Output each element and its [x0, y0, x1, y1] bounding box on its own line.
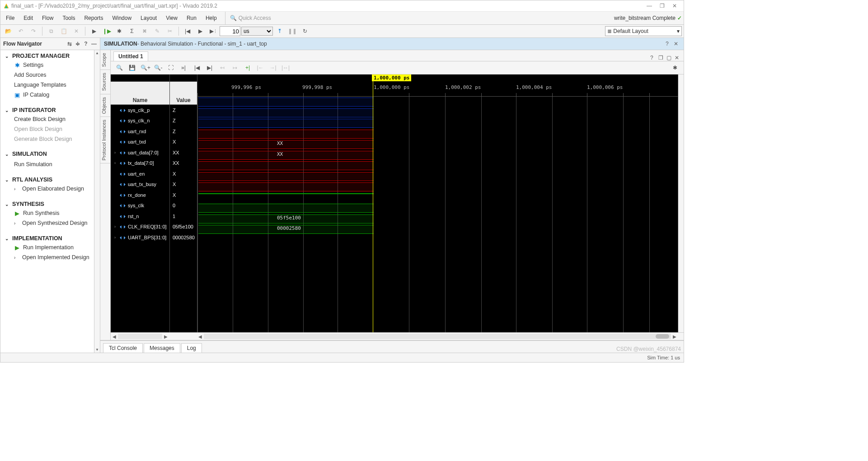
sigma-icon[interactable]: Σ: [126, 26, 138, 36]
signal-row[interactable]: ⏴⏵uart_txd: [111, 137, 169, 148]
signal-name-column[interactable]: Name ⏴⏵sys_clk_p⏴⏵sys_clk_n⏴⏵uart_rxd⏴⏵u…: [111, 75, 170, 332]
nav-create-bd[interactable]: Create Block Design: [0, 114, 94, 124]
signal-row[interactable]: ⏴⏵rx_done: [111, 190, 169, 200]
menu-reports[interactable]: Reports: [80, 14, 107, 23]
waveform-view[interactable]: Name ⏴⏵sys_clk_p⏴⏵sys_clk_n⏴⏵uart_rxd⏴⏵u…: [111, 75, 684, 332]
nav-help-icon[interactable]: ?: [83, 41, 89, 47]
signal-row[interactable]: ⏴⏵sys_clk: [111, 200, 169, 211]
play-for-icon[interactable]: ▶⸽: [207, 26, 219, 36]
swap-mk-icon[interactable]: |↔|: [280, 63, 291, 73]
menu-help[interactable]: Help: [202, 14, 221, 23]
zoom-fit-icon[interactable]: ⛶: [165, 63, 177, 73]
nav-open-synth[interactable]: ›Open Synthesized Design: [0, 218, 94, 228]
prev-edge-icon[interactable]: |◀: [191, 63, 203, 73]
nav-scrollbar[interactable]: ▲ ▼: [94, 50, 100, 353]
nav-settings[interactable]: ✱Settings: [0, 60, 94, 70]
add-marker-icon[interactable]: +|: [242, 63, 253, 73]
zoom-cursor-icon[interactable]: »|: [178, 63, 189, 73]
nav-run-synth[interactable]: ▶Run Synthesis: [0, 208, 94, 218]
wave-save-icon[interactable]: 💾: [126, 63, 138, 73]
minimize-button[interactable]: —: [643, 0, 656, 11]
signal-row[interactable]: ›⏴⏵tx_data[7:0]: [111, 158, 169, 169]
view-help-icon[interactable]: ?: [666, 41, 672, 47]
signal-row[interactable]: ›⏴⏵UART_BPS[31:0]: [111, 232, 169, 243]
delete-icon[interactable]: ✕: [70, 26, 82, 36]
nav-section-syn[interactable]: ⌄SYNTHESIS: [0, 198, 94, 208]
wave-restore-icon[interactable]: ❐: [658, 55, 665, 61]
pause-icon[interactable]: ❚❚: [286, 26, 298, 36]
nav-run-impl[interactable]: ▶Run Implementation: [0, 242, 94, 252]
wave-close-icon[interactable]: ✕: [675, 55, 681, 61]
brush-icon[interactable]: ✎: [151, 26, 163, 36]
wave-search-icon[interactable]: 🔍: [113, 63, 125, 73]
restart-icon[interactable]: |◀: [182, 26, 193, 36]
name-hscroll[interactable]: ◀▶: [111, 332, 169, 340]
signal-row[interactable]: ⏴⏵sys_clk_p: [111, 105, 169, 116]
nav-section-rtl[interactable]: ⌄RTL ANALYSIS: [0, 174, 94, 184]
nav-section-imp[interactable]: ⌄IMPLEMENTATION: [0, 233, 94, 242]
open-icon[interactable]: 📂: [2, 26, 14, 36]
copy-icon[interactable]: ⧉: [45, 26, 57, 36]
signal-row[interactable]: ⏴⏵sys_clk_n: [111, 116, 169, 126]
scroll-up-icon[interactable]: ▲: [95, 51, 99, 55]
time-unit-select[interactable]: us: [241, 27, 273, 36]
zoom-in-icon[interactable]: 🔍+: [140, 63, 151, 73]
signal-row[interactable]: ›⏴⏵uart_data[7:0]: [111, 147, 169, 158]
tab-messages[interactable]: Messages: [144, 343, 180, 353]
wave-hscroll[interactable]: ◀▶: [197, 332, 678, 340]
step-into-icon[interactable]: ⤒: [274, 26, 286, 36]
next-edge-icon[interactable]: ▶|: [204, 63, 216, 73]
nav-lang-templates[interactable]: Language Templates: [0, 80, 94, 90]
next-mk-icon[interactable]: →|: [267, 63, 279, 73]
quick-access[interactable]: 🔍 Quick Access: [225, 12, 271, 24]
menu-layout[interactable]: Layout: [137, 14, 160, 23]
nav-open-elab[interactable]: ›Open Elaborated Design: [0, 184, 94, 194]
cancel-icon[interactable]: ✖: [139, 26, 150, 36]
step-icon[interactable]: ❙▶: [101, 26, 113, 36]
maximize-button[interactable]: ❐: [656, 0, 668, 11]
menu-file[interactable]: File: [2, 14, 18, 23]
signal-row[interactable]: ⏴⏵uart_rxd: [111, 126, 169, 137]
side-tab-objects[interactable]: Objects: [100, 94, 110, 117]
undo-icon[interactable]: ↶: [15, 26, 27, 36]
menu-view[interactable]: View: [162, 14, 181, 23]
paste-icon[interactable]: 📋: [58, 26, 70, 36]
tab-tcl[interactable]: Tcl Console: [103, 343, 143, 353]
nav-run-sim[interactable]: Run Simulation: [0, 159, 94, 169]
nav-pin-icon[interactable]: ≑: [75, 41, 81, 47]
nav-section-pm[interactable]: ⌄PROJECT MANAGER: [0, 50, 94, 60]
signal-row[interactable]: ›⏴⏵CLK_FREQ[31:0]: [111, 222, 169, 233]
layout-selector[interactable]: ≣ Default Layout ▾: [605, 26, 682, 36]
play-icon[interactable]: ▶: [194, 26, 206, 36]
settings-icon[interactable]: ✱: [113, 26, 125, 36]
menu-flow[interactable]: Flow: [38, 14, 57, 23]
zoom-out-icon[interactable]: 🔍-: [152, 63, 164, 73]
nav-open-impl[interactable]: ›Open Implemented Design: [0, 252, 94, 262]
side-tab-proto[interactable]: Protocol Instances: [100, 117, 110, 164]
time-ruler[interactable]: 999,996 ps999,998 ps1,000,000 ps1,000,00…: [197, 75, 678, 97]
nav-ip-catalog[interactable]: ▣IP Catalog: [0, 90, 94, 100]
signal-value-column[interactable]: Value ZZZXXXXXXXX0105f5e10000002580: [170, 75, 197, 332]
signal-row[interactable]: ⏴⏵uart_tx_busy: [111, 179, 169, 190]
next-tr-icon[interactable]: ↦: [229, 63, 241, 73]
menu-tools[interactable]: Tools: [59, 14, 79, 23]
nav-section-sim[interactable]: ⌄SIMULATION: [0, 149, 94, 159]
nav-add-sources[interactable]: Add Sources: [0, 70, 94, 80]
nav-expand-icon[interactable]: ⇆: [66, 41, 73, 47]
nav-section-ip[interactable]: ⌄IP INTEGRATOR: [0, 104, 94, 114]
wave-vscroll[interactable]: [678, 75, 684, 332]
close-button[interactable]: ✕: [668, 0, 681, 11]
scroll-down-icon[interactable]: ▼: [95, 348, 99, 352]
run-icon[interactable]: ▶: [88, 26, 100, 36]
tab-log[interactable]: Log: [181, 343, 202, 353]
wave-options-icon[interactable]: ✱: [669, 63, 681, 73]
prev-mk-icon[interactable]: |←: [254, 63, 266, 73]
redo-icon[interactable]: ↷: [28, 26, 39, 36]
wave-tab-untitled[interactable]: Untitled 1: [113, 51, 148, 61]
relaunch-icon[interactable]: ↻: [299, 26, 311, 36]
menu-window[interactable]: Window: [108, 14, 135, 23]
view-close-icon[interactable]: ✕: [674, 41, 680, 47]
run-time-input[interactable]: [220, 26, 240, 36]
scissor-icon[interactable]: ✂: [164, 26, 176, 36]
wave-max-icon[interactable]: ▢: [666, 55, 673, 61]
